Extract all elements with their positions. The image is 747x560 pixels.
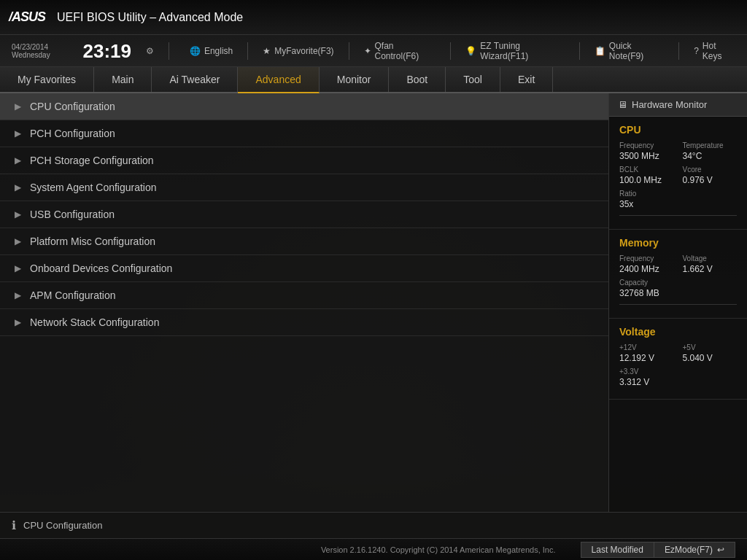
right-panel: 🖥 Hardware Monitor CPU Frequency 3500 MH… bbox=[608, 93, 747, 512]
cpu-frequency-col: Frequency 3500 MHz bbox=[619, 141, 674, 161]
arrow-icon: ▶ bbox=[15, 317, 21, 327]
voltage-section: Voltage +12V 12.192 V +5V 5.040 V +3.3V … bbox=[609, 319, 747, 400]
language-icon: 🌐 bbox=[190, 46, 201, 56]
menu-item-network-stack[interactable]: ▶ Network Stack Configuration bbox=[0, 309, 608, 336]
arrow-icon: ▶ bbox=[15, 155, 21, 166]
tab-ai-tweaker[interactable]: Ai Tweaker bbox=[152, 67, 238, 92]
cpu-frequency-label: Frequency bbox=[619, 141, 674, 149]
tab-tool[interactable]: Tool bbox=[446, 67, 500, 92]
quick-note-icon: 📋 bbox=[595, 46, 605, 56]
tab-main[interactable]: Main bbox=[94, 67, 152, 92]
mem-voltage-col: Voltage 1.662 V bbox=[683, 254, 738, 274]
last-modified-button[interactable]: Last Modified bbox=[581, 542, 654, 558]
arrow-icon: ▶ bbox=[15, 236, 21, 246]
hot-keys-icon: ? bbox=[694, 46, 699, 56]
myfavorite-label: MyFavorite(F3) bbox=[274, 46, 333, 56]
separator bbox=[247, 42, 248, 60]
arrow-icon: ▶ bbox=[15, 290, 21, 300]
separator bbox=[450, 42, 451, 60]
v33-row: +3.3V 3.312 V bbox=[619, 368, 737, 387]
v33-label: +3.3V bbox=[619, 368, 737, 376]
menu-item-platform-misc[interactable]: ▶ Platform Misc Configuration bbox=[0, 228, 608, 255]
footer-version: Version 2.16.1240. Copyright (C) 2014 Am… bbox=[296, 545, 581, 554]
tab-monitor[interactable]: Monitor bbox=[320, 67, 390, 92]
cpu-temperature-col: Temperature 34°C bbox=[683, 141, 738, 161]
tab-exit[interactable]: Exit bbox=[500, 67, 553, 92]
separator bbox=[169, 42, 169, 60]
cpu-bclk-label: BCLK bbox=[619, 166, 674, 174]
language-label: English bbox=[204, 46, 233, 56]
time-settings-icon[interactable]: ⚙ bbox=[146, 46, 154, 56]
time-bar-items: 🌐 English ★ MyFavorite(F3) ✦ Qfan Contro… bbox=[190, 41, 735, 61]
v33-col: +3.3V 3.312 V bbox=[619, 368, 737, 387]
menu-item-system-agent[interactable]: ▶ System Agent Configuration bbox=[0, 174, 608, 201]
language-item[interactable]: 🌐 English bbox=[190, 46, 233, 56]
cpu-vcore-label: Vcore bbox=[683, 166, 738, 174]
menu-item-usb-config[interactable]: ▶ USB Configuration bbox=[0, 201, 608, 228]
ez-mode-button[interactable]: EzMode(F7) ↩ bbox=[654, 542, 735, 558]
v33-value: 3.312 V bbox=[619, 377, 737, 387]
mem-capacity-col: Capacity 32768 MB bbox=[619, 279, 737, 298]
separator bbox=[678, 42, 679, 60]
asus-logo: /ASUS bbox=[9, 9, 45, 25]
ez-tuning-item[interactable]: 💡 EZ Tuning Wizard(F11) bbox=[465, 41, 565, 61]
tab-boot[interactable]: Boot bbox=[389, 67, 446, 92]
cpu-section-title: CPU bbox=[619, 124, 737, 136]
cpu-vcore-value: 0.976 V bbox=[683, 175, 738, 185]
cpu-bclk-vcore-row: BCLK 100.0 MHz Vcore 0.976 V bbox=[619, 166, 737, 185]
status-bar: ℹ CPU Configuration bbox=[0, 512, 747, 538]
mem-divider bbox=[619, 304, 737, 305]
mem-capacity-row: Capacity 32768 MB bbox=[619, 279, 737, 298]
hw-monitor-header: 🖥 Hardware Monitor bbox=[609, 93, 747, 117]
ez-tuning-label: EZ Tuning Wizard(F11) bbox=[480, 41, 565, 61]
arrow-icon: ▶ bbox=[15, 101, 21, 112]
mem-frequency-value: 2400 MHz bbox=[619, 264, 674, 274]
qfan-label: Qfan Control(F6) bbox=[375, 41, 436, 61]
cpu-ratio-col: Ratio 35x bbox=[619, 190, 737, 209]
cpu-temperature-value: 34°C bbox=[683, 151, 738, 161]
header: /ASUS UEFI BIOS Utility – Advanced Mode bbox=[0, 0, 747, 35]
cpu-divider bbox=[619, 215, 737, 216]
quick-note-item[interactable]: 📋 Quick Note(F9) bbox=[595, 41, 664, 61]
mem-voltage-value: 1.662 V bbox=[683, 264, 738, 274]
cpu-ratio-label: Ratio bbox=[619, 190, 737, 198]
cpu-section: CPU Frequency 3500 MHz Temperature 34°C … bbox=[609, 117, 747, 230]
tab-advanced[interactable]: Advanced bbox=[238, 67, 319, 93]
status-text: CPU Configuration bbox=[23, 520, 102, 531]
footer: Version 2.16.1240. Copyright (C) 2014 Am… bbox=[0, 538, 747, 560]
v5-value: 5.040 V bbox=[683, 353, 738, 363]
cpu-temperature-label: Temperature bbox=[683, 141, 738, 149]
datetime: 04/23/2014 Wednesday bbox=[12, 43, 68, 59]
mem-capacity-value: 32768 MB bbox=[619, 288, 737, 298]
monitor-icon: 🖥 bbox=[618, 99, 627, 110]
cpu-ratio-row: Ratio 35x bbox=[619, 190, 737, 209]
v12-value: 12.192 V bbox=[619, 353, 674, 363]
v12-v5-row: +12V 12.192 V +5V 5.040 V bbox=[619, 343, 737, 363]
separator bbox=[349, 42, 349, 60]
memory-section-title: Memory bbox=[619, 237, 737, 249]
qfan-icon: ✦ bbox=[364, 46, 371, 56]
arrow-icon: ▶ bbox=[15, 182, 21, 192]
separator bbox=[579, 42, 580, 60]
cpu-bclk-col: BCLK 100.0 MHz bbox=[619, 166, 674, 185]
qfan-item[interactable]: ✦ Qfan Control(F6) bbox=[364, 41, 436, 61]
hot-keys-item[interactable]: ? Hot Keys bbox=[694, 41, 735, 61]
menu-item-onboard-devices[interactable]: ▶ Onboard Devices Configuration bbox=[0, 255, 608, 282]
quick-note-label: Quick Note(F9) bbox=[609, 41, 664, 61]
menu-item-pch-config[interactable]: ▶ PCH Configuration bbox=[0, 120, 608, 147]
tab-my-favorites[interactable]: My Favorites bbox=[0, 67, 94, 92]
menu-item-pch-storage[interactable]: ▶ PCH Storage Configuration bbox=[0, 147, 608, 174]
myfavorite-icon: ★ bbox=[263, 46, 271, 56]
cpu-ratio-value: 35x bbox=[619, 199, 737, 209]
v12-label: +12V bbox=[619, 343, 674, 351]
hw-monitor-title: Hardware Monitor bbox=[632, 99, 707, 110]
myfavorite-item[interactable]: ★ MyFavorite(F3) bbox=[263, 46, 333, 56]
cpu-freq-temp-row: Frequency 3500 MHz Temperature 34°C bbox=[619, 141, 737, 161]
cpu-frequency-value: 3500 MHz bbox=[619, 151, 674, 161]
ez-mode-icon: ↩ bbox=[717, 545, 724, 555]
menu-item-apm-config[interactable]: ▶ APM Configuration bbox=[0, 282, 608, 309]
menu-item-cpu-config[interactable]: ▶ CPU Configuration bbox=[0, 93, 608, 120]
left-panel: ▶ CPU Configuration ▶ PCH Configuration … bbox=[0, 93, 608, 512]
date-display: 04/23/2014 bbox=[12, 43, 68, 51]
hot-keys-label: Hot Keys bbox=[703, 41, 735, 61]
